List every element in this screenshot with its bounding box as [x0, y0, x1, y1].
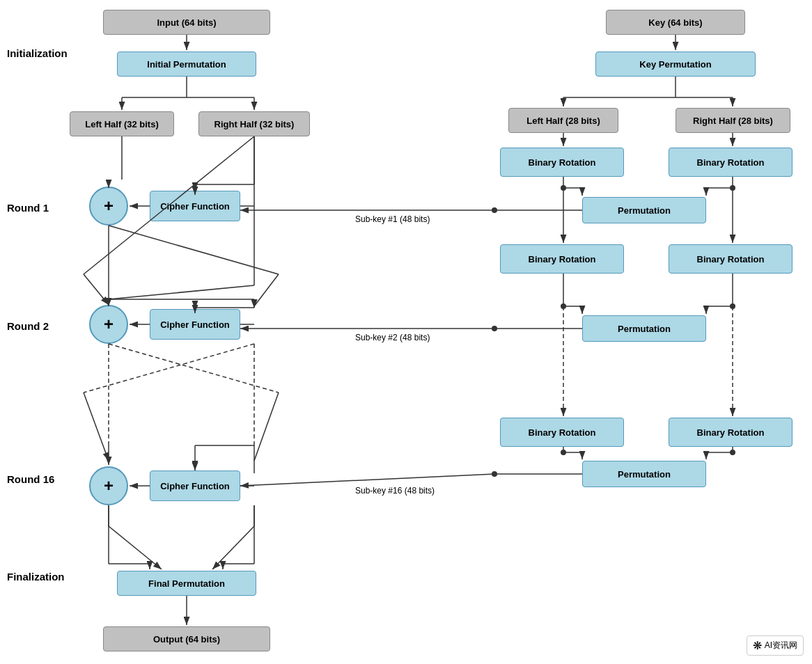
svg-point-53	[492, 207, 497, 213]
key-box: Key (64 bits)	[606, 10, 745, 35]
cipher-fn-round2: Cipher Function	[150, 309, 240, 340]
svg-point-78	[730, 450, 735, 455]
svg-point-50	[730, 185, 735, 191]
svg-point-74	[561, 450, 566, 455]
watermark: ❋ AI资讯网	[747, 635, 804, 656]
svg-point-66	[492, 326, 497, 331]
xor-round16: +	[89, 466, 128, 505]
svg-line-91	[254, 274, 279, 306]
cipher-fn-round16: Cipher Function	[150, 471, 240, 501]
initial-permutation: Initial Permutation	[117, 52, 256, 77]
binary-rot-2-right: Binary Rotation	[669, 244, 793, 274]
label-finalization: Finalization	[7, 571, 65, 583]
label-round1: Round 1	[7, 202, 49, 214]
svg-line-18	[109, 285, 254, 299]
svg-line-95	[109, 344, 279, 393]
xor-round1: +	[89, 187, 128, 226]
svg-point-59	[561, 303, 566, 309]
svg-line-90	[109, 226, 279, 274]
svg-point-63	[730, 303, 735, 309]
permutation-3: Permutation	[582, 461, 706, 487]
svg-line-93	[84, 274, 109, 305]
svg-line-96	[84, 344, 254, 393]
subkey-2-label: Sub-key #2 (48 bits)	[355, 333, 430, 342]
final-permutation: Final Permutation	[117, 571, 256, 596]
input-box: Input (64 bits)	[103, 10, 270, 35]
svg-line-97	[84, 393, 109, 461]
label-initialization: Initialization	[7, 47, 68, 59]
svg-point-81	[492, 471, 497, 477]
svg-line-98	[254, 393, 279, 461]
key-permutation: Key Permutation	[595, 52, 756, 77]
right-half-28: Right Half (28 bits)	[676, 108, 790, 133]
xor-round2: +	[89, 305, 128, 344]
binary-rot-1-right: Binary Rotation	[669, 148, 793, 177]
diagram-container: Initialization Round 1 Round 2 Round 16 …	[0, 0, 812, 664]
left-half-32: Left Half (32 bits)	[70, 111, 174, 136]
binary-rot-1-left: Binary Rotation	[500, 148, 624, 177]
svg-line-102	[109, 526, 162, 569]
cipher-fn-round1: Cipher Function	[150, 191, 240, 221]
svg-line-103	[212, 526, 254, 569]
binary-rot-3-right: Binary Rotation	[669, 418, 793, 447]
subkey-16-label: Sub-key #16 (48 bits)	[355, 486, 435, 496]
svg-point-46	[561, 185, 566, 191]
label-round2: Round 2	[7, 320, 49, 332]
binary-rot-3-left: Binary Rotation	[500, 418, 624, 447]
output-box: Output (64 bits)	[103, 626, 270, 651]
permutation-1: Permutation	[582, 197, 706, 223]
right-half-32: Right Half (32 bits)	[198, 111, 310, 136]
permutation-2: Permutation	[582, 315, 706, 342]
svg-line-82	[240, 474, 494, 486]
label-round16: Round 16	[7, 473, 54, 485]
subkey-1-label: Sub-key #1 (48 bits)	[355, 214, 430, 224]
left-half-28: Left Half (28 bits)	[508, 108, 618, 133]
binary-rot-2-left: Binary Rotation	[500, 244, 624, 274]
